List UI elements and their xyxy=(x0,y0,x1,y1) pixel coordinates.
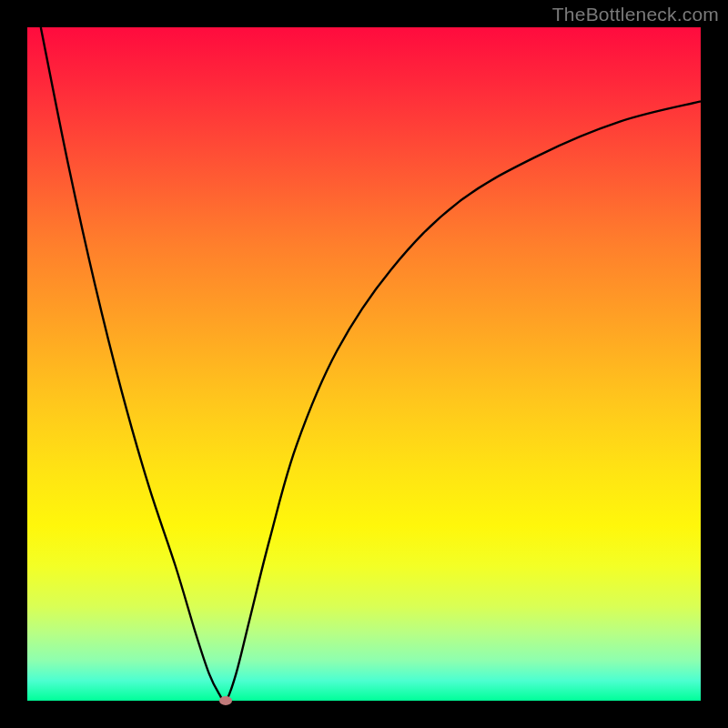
minimum-marker xyxy=(219,696,232,705)
bottleneck-curve xyxy=(27,27,701,701)
watermark-text: TheBottleneck.com xyxy=(552,4,719,25)
plot-area xyxy=(27,27,701,701)
chart-frame: TheBottleneck.com xyxy=(0,0,728,728)
curve-path xyxy=(41,27,701,702)
